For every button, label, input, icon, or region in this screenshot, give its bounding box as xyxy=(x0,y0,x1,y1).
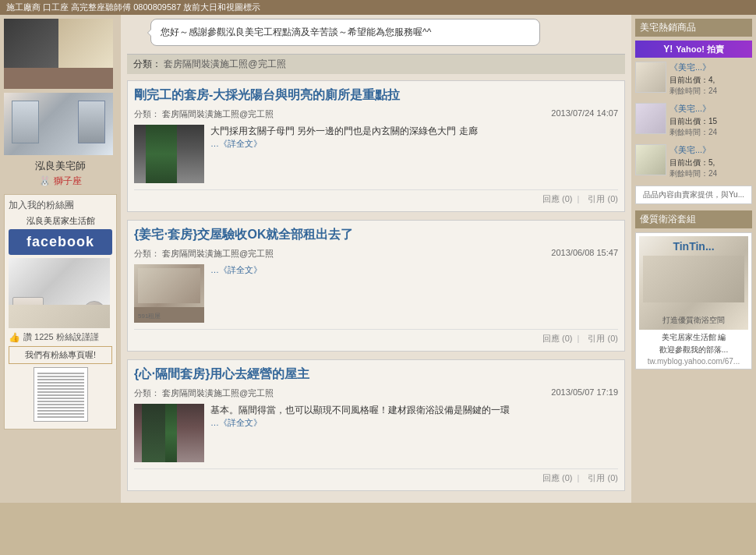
category-bar-1: 分類： 套房隔間裝潢施工照@完工照 xyxy=(127,54,625,74)
facebook-button[interactable]: facebook xyxy=(9,229,112,255)
product-price-3: 目前出價：5, xyxy=(669,157,752,168)
article-readmore-3: …《詳全文》 xyxy=(210,417,618,429)
sidebar-person-title: 🐰 獅子座 xyxy=(4,175,117,188)
product-item-3: 《美宅...》 目前出價：5, 剩餘時間：24 xyxy=(635,144,752,179)
bathroom-ad-image: TinTin... 打造優質衛浴空間 xyxy=(639,236,748,330)
bathroom-section-title: 優質衛浴套組 xyxy=(635,210,752,228)
article-readmore-2: …《詳全文》 xyxy=(210,264,618,276)
article-reply-link-2[interactable]: 回應 (0) xyxy=(542,334,575,343)
article-block-3: {心‧隔間套房}用心去經營的屋主 分類： 套房隔間裝潢施工照@完工照 2013/… xyxy=(127,359,625,491)
fan-group-name: 泓良美居家生活館 xyxy=(9,215,112,227)
article-category-link-3[interactable]: 套房隔間裝潢施工照@完工照 xyxy=(162,388,274,398)
yahoo-badge: Y! Yahoo! 拍賣 xyxy=(635,41,752,58)
article-date-3: 2013/05/07 17:19 xyxy=(551,387,618,399)
main-wrapper: 泓良美宅師 🐰 獅子座 加入我的粉絲團 泓良美居家生活館 facebook 👍 … xyxy=(0,15,756,503)
article-meta-1: 分類： 套房隔間裝潢施工照@完工照 2013/07/24 14:07 xyxy=(134,108,618,120)
top-bar-text: 施工廠商 口工座 高完整座聽師傅 0800809587 放前大日和視圖標示 xyxy=(6,2,260,12)
article-paragraph-3: 基本。隔間得當，也可以顯現不同風格喔！建材跟衛浴設備是關鍵的一環 xyxy=(210,404,618,417)
product-price-1: 目前出價：4, xyxy=(669,75,752,86)
article-text-1: 大門採用玄關子母門 另外一邊的門也是內玄關的深綠色大門 走廊 …《詳全文》 xyxy=(210,125,618,183)
top-bar: 施工廠商 口工座 高完整座聽師傅 0800809587 放前大日和視圖標示 xyxy=(0,0,756,15)
article-title-3[interactable]: {心‧隔間套房}用心去經營的屋主 xyxy=(134,366,618,383)
yahoo-label: Yahoo! 拍賣 xyxy=(676,44,724,55)
product-name-3[interactable]: 《美宅...》 xyxy=(669,144,752,156)
fan-count: 👍 讚 1225 粉絲說謹謹 xyxy=(9,331,112,343)
article-cite-link-3[interactable]: 引用 (0) xyxy=(588,473,618,483)
thumb-label-2: 591租屋 xyxy=(138,312,161,320)
ad-disclaimer-box: 品品內容由賣家提供，與Yu... xyxy=(635,186,752,204)
fan-exclusive: 我們有粉絲專頁喔! xyxy=(9,346,112,364)
product-time-1: 剩餘時間：24 xyxy=(669,86,752,97)
ad-disclaimer-text: 品品內容由賣家提供，與Yu... xyxy=(643,190,744,199)
article-body-3: 基本。隔間得當，也可以顯現不同風格喔！建材跟衛浴設備是關鍵的一環 …《詳全文》 xyxy=(134,404,618,462)
article-date-2: 2013/06/08 15:47 xyxy=(551,248,618,260)
article-category-3: 分類： 套房隔間裝潢施工照@完工照 xyxy=(134,387,274,399)
article-meta-3: 分類： 套房隔間裝潢施工照@完工照 2013/05/07 17:19 xyxy=(134,387,618,399)
article-footer-2: 回應 (0) | 引用 (0) xyxy=(134,329,618,345)
fan-count-text: 讚 1225 粉絲說謹謹 xyxy=(23,331,99,343)
speech-bubble: 您好～感謝參觀泓良美宅工程點滴及辛苦談～希望能為您服務喔^^ xyxy=(150,19,540,46)
article-reply-link-1[interactable]: 回應 (0) xyxy=(542,194,575,203)
sidebar-secondary-photo xyxy=(4,93,113,155)
products-section-title: 美宅熱銷商品 xyxy=(635,19,752,37)
category-label: 分類： xyxy=(133,58,161,69)
article-thumb-1 xyxy=(134,125,204,183)
thumb-room-2: 591租屋 xyxy=(134,264,204,323)
thumb-door-1 xyxy=(134,125,204,183)
left-sidebar: 泓良美宅師 🐰 獅子座 加入我的粉絲團 泓良美居家生活館 facebook 👍 … xyxy=(0,15,121,503)
product-thumb-3 xyxy=(635,144,666,175)
center-content: 您好～感謝參觀泓良美宅工程點滴及辛苦談～希望能為您服務喔^^ 分類： 套房隔間裝… xyxy=(121,15,631,503)
article-readmore-1: …《詳全文》 xyxy=(210,138,618,150)
article-cite-link-2[interactable]: 引用 (0) xyxy=(588,334,618,343)
article-date-1: 2013/07/24 14:07 xyxy=(551,108,618,120)
product-item-2: 《美宅...》 目前出價：15 剩餘時間：24 xyxy=(635,103,752,138)
article-readmore-link-1[interactable]: …《詳全文》 xyxy=(210,139,262,148)
article-paragraph-1: 大門採用玄關子母門 另外一邊的門也是內玄關的深綠色大門 走廊 xyxy=(210,125,618,138)
right-sidebar: 美宅熱銷商品 Y! Yahoo! 拍賣 《美宅...》 目前出價：4, 剩餘時間… xyxy=(631,15,756,503)
sidebar-person-name: 泓良美宅師 xyxy=(4,159,117,173)
ad-desc-2: 美宅居家生活館 編 xyxy=(639,332,748,343)
article-block-1: 剛完工的套房-大採光陽台與明亮的廁所是重點拉 分類： 套房隔間裝潢施工照@完工照… xyxy=(127,80,625,212)
article-category-link-2[interactable]: 套房隔間裝潢施工照@完工照 xyxy=(162,249,274,258)
article-thumb-3 xyxy=(134,404,204,462)
article-title-2[interactable]: {姜宅‧套房}交屋驗收OK就全部租出去了 xyxy=(134,227,618,243)
sidebar-photo-inner xyxy=(4,19,113,89)
article-footer-3: 回應 (0) | 引用 (0) xyxy=(134,468,618,484)
product-name-1[interactable]: 《美宅...》 xyxy=(669,62,752,73)
fan-group-box: 加入我的粉絲團 泓良美居家生活館 facebook 👍 讚 1225 粉絲說謹謹… xyxy=(4,194,117,430)
article-meta-2: 分類： 套房隔間裝潢施工照@完工照 2013/06/08 15:47 xyxy=(134,248,618,260)
product-thumb-2 xyxy=(635,103,666,134)
ad-link[interactable]: tw.myblog.yahoo.com/67... xyxy=(639,357,748,366)
yahoo-logo: Y! xyxy=(663,44,673,55)
tintint-logo-in-ad: TinTin... xyxy=(639,240,748,253)
article-category-2: 分類： 套房隔間裝潢施工照@完工照 xyxy=(134,248,274,260)
article-footer-1: 回應 (0) | 引用 (0) xyxy=(134,189,618,205)
product-price-2: 目前出價：15 xyxy=(669,116,752,127)
article-category-1: 分類： 套房隔間裝潢施工照@完工照 xyxy=(134,108,274,120)
speech-bubble-text: 您好～感謝參觀泓良美宅工程點滴及辛苦談～希望能為您服務喔^^ xyxy=(161,27,431,37)
sidebar-bathroom-photo xyxy=(9,258,110,328)
article-readmore-link-2[interactable]: …《詳全文》 xyxy=(210,265,262,274)
article-cite-link-1[interactable]: 引用 (0) xyxy=(588,194,618,203)
article-reply-link-3[interactable]: 回應 (0) xyxy=(542,473,575,483)
article-title-1[interactable]: 剛完工的套房-大採光陽台與明亮的廁所是重點拉 xyxy=(134,87,618,104)
product-item-1: 《美宅...》 目前出價：4, 剩餘時間：24 xyxy=(635,62,752,97)
ad-overlay-text: 打造優質衛浴空間 xyxy=(639,315,748,326)
product-info-1: 《美宅...》 目前出價：4, 剩餘時間：24 xyxy=(669,62,752,97)
article-readmore-link-3[interactable]: …《詳全文》 xyxy=(210,418,262,427)
product-info-3: 《美宅...》 目前出價：5, 剩餘時間：24 xyxy=(669,144,752,179)
article-body-1: 大門採用玄關子母門 另外一邊的門也是內玄關的深綠色大門 走廊 …《詳全文》 xyxy=(134,125,618,183)
ad-desc-3: 歡迎參觀我的部落... xyxy=(639,345,748,355)
qr-code xyxy=(34,367,88,422)
product-time-3: 剩餘時間：24 xyxy=(669,168,752,179)
fan-exclusive-text: 我們有粉絲專頁喔! xyxy=(25,350,96,359)
thumb-door-3 xyxy=(134,404,204,462)
product-thumb-1 xyxy=(635,62,666,93)
product-info-2: 《美宅...》 目前出價：15 剩餘時間：24 xyxy=(669,103,752,138)
sidebar-main-photo xyxy=(4,19,113,89)
article-category-link-1[interactable]: 套房隔間裝潢施工照@完工照 xyxy=(162,109,274,118)
category-link-1[interactable]: 套房隔間裝潢施工照@完工照 xyxy=(164,58,285,69)
fan-group-title: 加入我的粉絲團 xyxy=(9,199,112,212)
product-name-2[interactable]: 《美宅...》 xyxy=(669,103,752,115)
sidebar-photo2-inner xyxy=(4,93,113,155)
